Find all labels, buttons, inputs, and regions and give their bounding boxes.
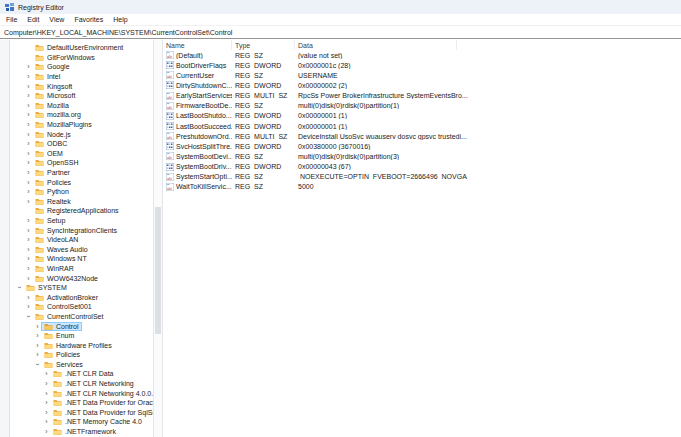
- chevron-right-icon[interactable]: ›: [25, 159, 32, 166]
- node-body[interactable]: Intel: [32, 72, 63, 81]
- tree-node-node-js[interactable]: ›Node.js: [11, 129, 153, 139]
- tree-node-partner[interactable]: ›Partner: [11, 168, 153, 178]
- node-body[interactable]: Services: [41, 360, 86, 369]
- chevron-right-icon[interactable]: ›: [25, 198, 32, 205]
- tree-node-kingsoft[interactable]: ›Kingsoft: [11, 81, 153, 91]
- node-body[interactable]: RegisteredApplications: [32, 206, 122, 215]
- chevron-right-icon[interactable]: ›: [25, 140, 32, 147]
- column-header-name[interactable]: Name: [164, 40, 232, 50]
- node-body[interactable]: ActivationBroker: [32, 293, 101, 302]
- chevron-right-icon[interactable]: ›: [25, 83, 32, 90]
- node-body[interactable]: .NET Memory Cache 4.0: [50, 417, 145, 426]
- scrollbar-thumb[interactable]: [155, 207, 161, 334]
- selected-node-body[interactable]: Control: [41, 322, 82, 331]
- value-row-firmwarebootde-[interactable]: abFirmwareBootDe...REG_SZmulti(0)disk(0)…: [164, 101, 681, 111]
- menu-item-edit[interactable]: Edit: [22, 16, 44, 23]
- tree-node-policies[interactable]: ›Policies: [11, 350, 153, 360]
- chevron-right-icon[interactable]: ›: [34, 332, 41, 339]
- node-body[interactable]: Windows NT: [32, 254, 90, 263]
- tree-vertical-scrollbar[interactable]: [153, 40, 163, 437]
- tree-node-activationbroker[interactable]: ›ActivationBroker: [11, 292, 153, 302]
- chevron-right-icon[interactable]: ›: [25, 73, 32, 80]
- value-row-systembootdriv-[interactable]: SystemBootDriv...REG_DWORD0x00000043 (67…: [164, 162, 681, 172]
- chevron-right-icon[interactable]: ›: [43, 380, 50, 387]
- chevron-right-icon[interactable]: ›: [25, 275, 32, 282]
- column-header-data[interactable]: Data: [295, 40, 457, 50]
- tree-node--netframework[interactable]: ›.NETFramework: [11, 427, 153, 437]
- node-body[interactable]: VideoLAN: [32, 235, 81, 244]
- node-body[interactable]: OpenSSH: [32, 158, 82, 167]
- chevron-right-icon[interactable]: ›: [25, 227, 32, 234]
- node-body[interactable]: Python: [32, 187, 72, 196]
- chevron-right-icon[interactable]: ›: [43, 409, 50, 416]
- node-body[interactable]: .NET CLR Networking 4.0.0.0: [50, 389, 153, 398]
- value-row-lastbootsucceed-[interactable]: LastBootSucceed...REG_DWORD0x00000001 (1…: [164, 121, 681, 131]
- tree-node-hardware-profiles[interactable]: ›Hardware Profiles: [11, 340, 153, 350]
- value-row-waittokillservic-[interactable]: abWaitToKillServic...REG_SZ5000: [164, 182, 681, 192]
- node-body[interactable]: SYSTEM: [23, 283, 70, 292]
- value-row-currentuser[interactable]: abCurrentUserREG_SZUSERNAME: [164, 70, 681, 80]
- node-body[interactable]: SyncIntegrationClients: [32, 226, 120, 235]
- tree-node-videolan[interactable]: ›VideoLAN: [11, 235, 153, 245]
- node-body[interactable]: Policies: [41, 350, 83, 359]
- node-body[interactable]: Google: [32, 62, 73, 71]
- tree-node-waves-audio[interactable]: ›Waves Audio: [11, 244, 153, 254]
- node-body[interactable]: Node.js: [32, 130, 74, 139]
- value-row-dirtyshutdownc-[interactable]: DirtyShutdownC...REG_DWORD0x00000002 (2): [164, 80, 681, 90]
- chevron-right-icon[interactable]: ›: [25, 131, 32, 138]
- menu-item-help[interactable]: Help: [108, 16, 132, 23]
- chevron-right-icon[interactable]: ›: [25, 179, 32, 186]
- node-body[interactable]: Mozilla: [32, 101, 72, 110]
- tree-node-registeredapplications[interactable]: ›RegisteredApplications: [11, 206, 153, 216]
- tree-node-oem[interactable]: ›OEM: [11, 149, 153, 159]
- tree-node-mozillaplugins[interactable]: ›MozillaPlugins: [11, 120, 153, 130]
- tree-node-openssh[interactable]: ›OpenSSH: [11, 158, 153, 168]
- node-body[interactable]: .NET Data Provider for SqlSe: [50, 408, 153, 417]
- chevron-right-icon[interactable]: ›: [25, 169, 32, 176]
- menu-item-favorites[interactable]: Favorites: [69, 16, 108, 23]
- chevron-right-icon[interactable]: ›: [34, 351, 41, 358]
- chevron-right-icon[interactable]: ›: [43, 428, 50, 435]
- chevron-right-icon[interactable]: ›: [25, 150, 32, 157]
- chevron-right-icon[interactable]: ›: [25, 121, 32, 128]
- node-body[interactable]: ControlSet001: [32, 302, 95, 311]
- chevron-right-icon[interactable]: ›: [25, 255, 32, 262]
- tree-node-controlset001[interactable]: ›ControlSet001: [11, 302, 153, 312]
- tree-node-control[interactable]: ›Control: [11, 321, 153, 331]
- tree-node-syncintegrationclients[interactable]: ›SyncIntegrationClients: [11, 225, 153, 235]
- value-row-preshutdownord-[interactable]: abPreshutdownOrd...REG_MULTI_SZDeviceIns…: [164, 131, 681, 141]
- tree-node-defaultuserenvironment[interactable]: ›DefaultUserEnvironment: [11, 43, 153, 53]
- tree-node-windows-nt[interactable]: ›Windows NT: [11, 254, 153, 264]
- value-row-systemstartopti-[interactable]: abSystemStartOpti...REG_SZ NOEXECUTE=OPT…: [164, 172, 681, 182]
- value-row-bootdriverflags[interactable]: BootDriverFlagsREG_DWORD0x0000001c (28): [164, 60, 681, 70]
- node-body[interactable]: CurrentControlSet: [32, 312, 106, 321]
- chevron-right-icon[interactable]: ›: [43, 390, 50, 397]
- tree-node-setup[interactable]: ›Setup: [11, 216, 153, 226]
- menu-item-view[interactable]: View: [44, 16, 69, 23]
- node-body[interactable]: Enum: [41, 331, 77, 340]
- tree-node--net-clr-networking-4-0-0-0[interactable]: ›.NET CLR Networking 4.0.0.0: [11, 388, 153, 398]
- node-body[interactable]: Partner: [32, 168, 73, 177]
- node-body[interactable]: .NET CLR Data: [50, 369, 117, 378]
- chevron-down-icon[interactable]: ›: [25, 313, 32, 320]
- node-body[interactable]: DefaultUserEnvironment: [32, 43, 126, 52]
- chevron-right-icon[interactable]: ›: [43, 370, 50, 377]
- node-body[interactable]: .NET Data Provider for Oracl: [50, 398, 153, 407]
- chevron-right-icon[interactable]: ›: [25, 246, 32, 253]
- tree-node-services[interactable]: ›Services: [11, 360, 153, 370]
- chevron-right-icon[interactable]: ›: [34, 323, 41, 330]
- chevron-right-icon[interactable]: ›: [25, 265, 32, 272]
- chevron-down-icon[interactable]: ›: [16, 284, 23, 291]
- tree-node--net-clr-networking[interactable]: ›.NET CLR Networking: [11, 379, 153, 389]
- chevron-right-icon[interactable]: ›: [43, 399, 50, 406]
- tree-node--net-memory-cache-4-0[interactable]: ›.NET Memory Cache 4.0: [11, 417, 153, 427]
- tree-node-microsoft[interactable]: ›Microsoft: [11, 91, 153, 101]
- node-body[interactable]: OEM: [32, 149, 66, 158]
- tree-node--net-clr-data[interactable]: ›.NET CLR Data: [11, 369, 153, 379]
- node-body[interactable]: Realtek: [32, 197, 74, 206]
- node-body[interactable]: WOW6432Node: [32, 274, 101, 283]
- tree-node-realtek[interactable]: ›Realtek: [11, 197, 153, 207]
- tree-node--net-data-provider-for-sqlse[interactable]: ›.NET Data Provider for SqlSe: [11, 408, 153, 418]
- chevron-right-icon[interactable]: ›: [34, 342, 41, 349]
- chevron-down-icon[interactable]: ›: [34, 361, 41, 368]
